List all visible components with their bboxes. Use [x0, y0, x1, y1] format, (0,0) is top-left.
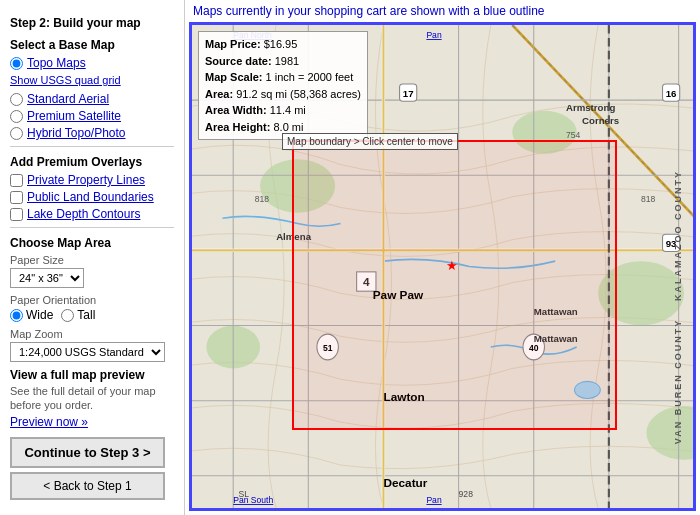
- tall-label[interactable]: Tall: [77, 308, 95, 322]
- svg-text:928: 928: [459, 489, 474, 499]
- map-zoom-label: Map Zoom: [10, 328, 174, 340]
- standard-aerial-option[interactable]: Standard Aerial: [10, 92, 174, 106]
- paper-orientation-label: Paper Orientation: [10, 294, 174, 306]
- map-zoom-select[interactable]: 1:12,000 1:24,000 USGS Standard 1:50,000…: [10, 342, 165, 362]
- svg-text:818: 818: [641, 194, 656, 204]
- county-label: VAN BUREN COUNTY KALAMAZOO COUNTY: [673, 170, 683, 444]
- preview-title: View a full map preview: [10, 368, 174, 382]
- area-width-label: Area Width:: [205, 104, 267, 116]
- svg-text:16: 16: [666, 88, 677, 99]
- svg-text:Pan: Pan: [426, 30, 441, 40]
- area-row: Area: 91.2 sq mi (58,368 acres): [205, 86, 361, 103]
- show-usgs-grid-link[interactable]: Show USGS quad grid: [10, 74, 174, 86]
- topo-maps-option[interactable]: Topo Maps: [10, 56, 174, 70]
- area-width-value: 11.4 mi: [270, 104, 306, 116]
- paper-size-field: Paper Size 17" x 22" 24" x 36" 36" x 48": [10, 254, 174, 288]
- premium-satellite-option[interactable]: Premium Satellite: [10, 109, 174, 123]
- map-scale-value: 1 inch = 2000 feet: [266, 71, 354, 83]
- map-info-box: Map Price: $16.95 Source date: 1981 Map …: [198, 31, 368, 140]
- lake-depth-option[interactable]: Lake Depth Contours: [10, 207, 174, 221]
- map-price-row: Map Price: $16.95: [205, 36, 361, 53]
- preview-section: View a full map preview See the full det…: [10, 368, 174, 429]
- map-boundary-label[interactable]: Map boundary > Click center to move: [282, 133, 458, 150]
- private-property-option[interactable]: Private Property Lines: [10, 173, 174, 187]
- area-height-label: Area Height:: [205, 121, 270, 133]
- map-zoom-field: Map Zoom 1:12,000 1:24,000 USGS Standard…: [10, 328, 174, 362]
- topo-maps-label[interactable]: Topo Maps: [27, 56, 86, 70]
- back-button[interactable]: < Back to Step 1: [10, 472, 165, 500]
- lake-depth-label[interactable]: Lake Depth Contours: [27, 207, 140, 221]
- preview-description: See the full detail of your map before y…: [10, 384, 174, 413]
- area-height-value: 8.0 mi: [273, 121, 303, 133]
- wide-label[interactable]: Wide: [26, 308, 53, 322]
- paper-size-select[interactable]: 17" x 22" 24" x 36" 36" x 48": [10, 268, 84, 288]
- standard-aerial-label[interactable]: Standard Aerial: [27, 92, 109, 106]
- private-property-label[interactable]: Private Property Lines: [27, 173, 145, 187]
- base-map-options: Topo Maps: [10, 56, 174, 70]
- svg-text:Pan South: Pan South: [233, 495, 273, 505]
- base-map-section-label: Select a Base Map: [10, 38, 174, 52]
- svg-text:17: 17: [403, 88, 414, 99]
- tall-option[interactable]: Tall: [61, 308, 95, 322]
- map-container[interactable]: 17 16 93 51 40 4 Armstrong Corners 754 A: [189, 22, 696, 511]
- divider-2: [10, 227, 174, 228]
- step-label: Step 2: Build your map: [10, 16, 174, 30]
- paper-orientation-field: Paper Orientation Wide Tall: [10, 294, 174, 322]
- public-land-option[interactable]: Public Land Boundaries: [10, 190, 174, 204]
- premium-satellite-label[interactable]: Premium Satellite: [27, 109, 121, 123]
- continue-button[interactable]: Continue to Step 3 >: [10, 437, 165, 468]
- svg-text:Pan: Pan: [426, 495, 441, 505]
- sidebar: Step 2: Build your map Select a Base Map…: [0, 0, 185, 515]
- aerial-satellite-options: Standard Aerial Premium Satellite Hybrid…: [10, 92, 174, 140]
- overlay-options: Private Property Lines Public Land Bound…: [10, 173, 174, 221]
- wide-option[interactable]: Wide: [10, 308, 53, 322]
- map-notice: Maps currently in your shopping cart are…: [185, 0, 700, 22]
- area-value: 91.2 sq mi (58,368 acres): [236, 88, 361, 100]
- map-scale-label: Map Scale:: [205, 71, 262, 83]
- selection-rectangle[interactable]: [292, 140, 617, 430]
- area-width-row: Area Width: 11.4 mi: [205, 102, 361, 119]
- svg-text:Decatur: Decatur: [383, 476, 427, 490]
- area-label: Area:: [205, 88, 233, 100]
- map-price-label: Map Price:: [205, 38, 261, 50]
- map-price-value: $16.95: [264, 38, 298, 50]
- hybrid-topo-option[interactable]: Hybrid Topo/Photo: [10, 126, 174, 140]
- hybrid-topo-label[interactable]: Hybrid Topo/Photo: [27, 126, 126, 140]
- source-date-value: 1981: [275, 55, 299, 67]
- svg-text:818: 818: [255, 194, 270, 204]
- svg-text:754: 754: [566, 130, 581, 140]
- preview-now-link[interactable]: Preview now »: [10, 415, 174, 429]
- divider-1: [10, 146, 174, 147]
- source-date-row: Source date: 1981: [205, 53, 361, 70]
- choose-map-area-label: Choose Map Area: [10, 236, 174, 250]
- paper-size-label: Paper Size: [10, 254, 174, 266]
- map-area: Maps currently in your shopping cart are…: [185, 0, 700, 515]
- public-land-label[interactable]: Public Land Boundaries: [27, 190, 154, 204]
- premium-overlays-label: Add Premium Overlays: [10, 155, 174, 169]
- orientation-group: Wide Tall: [10, 308, 174, 322]
- svg-text:Corners: Corners: [582, 115, 619, 126]
- source-date-label: Source date:: [205, 55, 272, 67]
- map-scale-row: Map Scale: 1 inch = 2000 feet: [205, 69, 361, 86]
